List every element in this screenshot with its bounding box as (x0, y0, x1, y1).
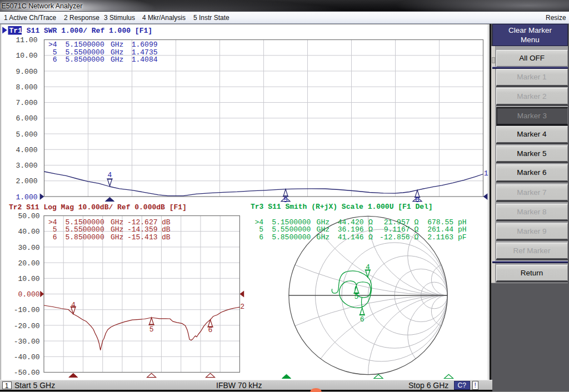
svg-text:2: 2 (240, 303, 244, 311)
svg-text:6: 6 (259, 233, 263, 242)
svg-text:11.00: 11.00 (16, 36, 37, 44)
svg-text:Ω: Ω (368, 233, 373, 242)
svg-text:5.8500000: 5.8500000 (66, 233, 104, 242)
svg-text:4: 4 (108, 171, 112, 179)
svg-text:6: 6 (208, 326, 213, 334)
svg-text:S11 SWR 1.000/ Ref 1.000 [F1]: S11 SWR 1.000/ Ref 1.000 [F1] (27, 27, 152, 35)
svg-text:1.4084: 1.4084 (132, 56, 158, 64)
svg-text:6: 6 (53, 233, 57, 242)
svg-text:6: 6 (360, 315, 365, 324)
svg-text:5.8500000: 5.8500000 (272, 233, 311, 242)
svg-text:2.1163: 2.1163 (427, 233, 453, 242)
svg-text:-20.00: -20.00 (14, 322, 40, 330)
svg-text:0.000: 0.000 (18, 290, 39, 299)
svg-text:5.000: 5.000 (16, 130, 37, 139)
svg-text:1.000: 1.000 (16, 193, 37, 202)
svg-text:-40.00: -40.00 (14, 353, 40, 361)
svg-text:Ω: Ω (415, 233, 419, 242)
svg-text:10.00: 10.00 (16, 52, 37, 60)
svg-text:3.000: 3.000 (16, 162, 37, 170)
svg-text:GHz: GHz (111, 56, 123, 64)
svg-text:2.000: 2.000 (16, 177, 37, 185)
svg-text:5: 5 (355, 293, 359, 301)
svg-text:8.000: 8.000 (16, 83, 37, 92)
svg-text:pF: pF (458, 233, 467, 242)
svg-text:40.00: 40.00 (18, 228, 39, 236)
svg-text:Tr3 S11 Smith (R+jX) Scale 1.0: Tr3 S11 Smith (R+jX) Scale 1.000U [F1 De… (251, 203, 433, 211)
svg-text:Tr1: Tr1 (9, 27, 23, 35)
svg-text:9.000: 9.000 (16, 68, 37, 76)
svg-text:4: 4 (71, 301, 76, 309)
svg-text:4.000: 4.000 (16, 146, 37, 154)
svg-text:50.00: 50.00 (18, 212, 39, 220)
svg-text:-30.00: -30.00 (14, 338, 40, 346)
svg-text:30.00: 30.00 (18, 244, 39, 252)
svg-text:Tr2 S11 Log Mag 10.00dB/ Ref 0: Tr2 S11 Log Mag 10.00dB/ Ref 0.000dB [F1… (9, 203, 187, 212)
svg-text:1: 1 (484, 169, 488, 178)
svg-text:20.00: 20.00 (18, 259, 39, 268)
svg-text:41.146: 41.146 (338, 233, 364, 242)
svg-text:5: 5 (149, 325, 154, 334)
svg-text:7.000: 7.000 (16, 99, 37, 107)
svg-text:6: 6 (53, 56, 57, 64)
svg-text:-12.856: -12.856 (380, 233, 410, 242)
svg-text:dB: dB (162, 233, 171, 242)
svg-text:GHz: GHz (111, 233, 123, 242)
svg-text:10.00: 10.00 (18, 275, 39, 283)
svg-text:-10.00: -10.00 (14, 306, 40, 314)
svg-text:-50.00: -50.00 (14, 369, 40, 377)
svg-text:5.8500000: 5.8500000 (66, 56, 104, 64)
svg-text:GHz: GHz (317, 233, 330, 242)
svg-text:6.000: 6.000 (16, 114, 37, 123)
svg-text:-15.413: -15.413 (127, 233, 158, 242)
svg-text:4: 4 (366, 263, 370, 272)
